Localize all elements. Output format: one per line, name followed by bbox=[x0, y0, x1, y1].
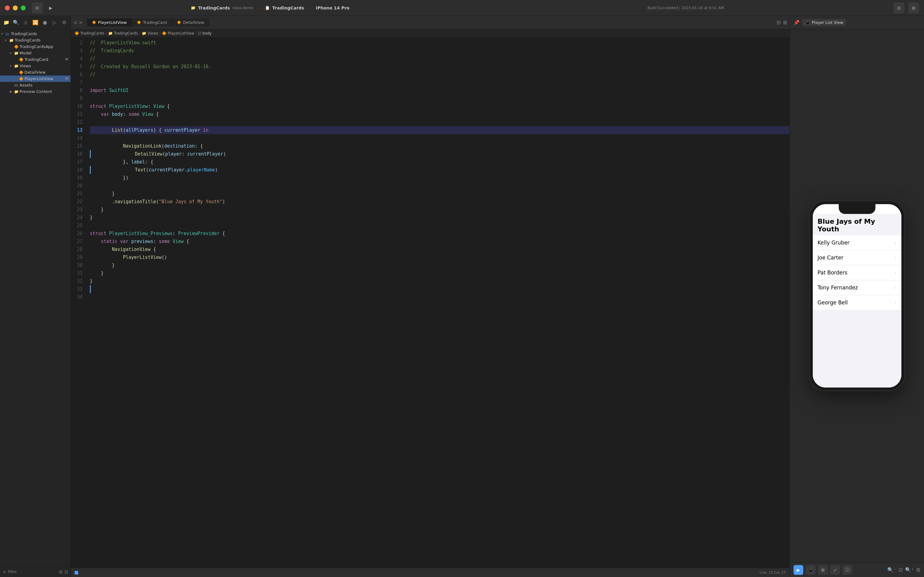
vcs-icon[interactable]: 🔀 bbox=[31, 18, 39, 27]
test-icon[interactable]: ▷ bbox=[51, 18, 59, 27]
nav-back-icon[interactable]: < bbox=[73, 19, 77, 25]
filter-label: Filter bbox=[8, 570, 17, 574]
pin-icon[interactable]: 📌 bbox=[794, 19, 800, 25]
warning-icon[interactable]: ⚠ bbox=[22, 18, 30, 27]
editor-toolbar: < > 🔶 PlayerListView 🔶 TradingCard 🔶 Det… bbox=[71, 16, 790, 29]
folder-icon[interactable]: 📁 bbox=[2, 18, 10, 27]
split-editor-icon[interactable]: ⊟ bbox=[776, 19, 781, 25]
code-editor[interactable]: 2 3 4 5 6 7 8 9 10 11 12 13 14 15 16 17 … bbox=[71, 38, 790, 568]
traffic-lights bbox=[5, 5, 26, 10]
code-line-32: } bbox=[90, 277, 790, 285]
code-line-25 bbox=[90, 222, 790, 229]
list-item-tony-fernandez[interactable]: Tony Fernandez › bbox=[813, 280, 901, 295]
tab-tradingcard[interactable]: 🔶 TradingCard bbox=[132, 18, 172, 27]
breadcrumb-views[interactable]: 📁 Views bbox=[142, 31, 158, 35]
tab-detailview[interactable]: 🔶 DetailView bbox=[172, 18, 209, 27]
sidebar-item-tradingcards-folder[interactable]: ▾ 📁 TradingCards bbox=[0, 37, 71, 44]
preview-bottom-bar: ▶ 📱 ⊞ ⤢ ⓘ 🔍⁻ ⊡ 🔍⁺ ⊞ bbox=[790, 562, 924, 577]
debug-icon[interactable]: ⚙ bbox=[60, 18, 68, 27]
chevron-right-icon: › bbox=[895, 270, 897, 275]
code-line-14 bbox=[90, 134, 790, 142]
filter-right-icon[interactable]: ⊡ bbox=[64, 569, 68, 574]
tab-project-label: TradingCards bbox=[272, 5, 304, 10]
breadcrumb-playerlistview[interactable]: 🔶 PlayerListView bbox=[162, 31, 194, 35]
nav-forward-icon[interactable]: > bbox=[79, 19, 82, 25]
iphone-player-list: Kelly Gruber › Joe Carter › Pat Borders … bbox=[813, 235, 901, 310]
iphone-nav-title: Blue Jays of My Youth bbox=[813, 214, 901, 235]
code-line-7 bbox=[90, 79, 790, 87]
preview-play-icon[interactable]: ▶ bbox=[794, 565, 803, 575]
breadcrumb-body[interactable]: ⬡ body bbox=[198, 31, 212, 35]
sidebar-item-tradingcards-project[interactable]: ▾ 🗂 TradingCards bbox=[0, 31, 71, 37]
breadcrumb-tradingcards-1[interactable]: 🔶 TradingCards bbox=[74, 31, 104, 35]
chevron-right-icon: › bbox=[895, 300, 897, 305]
code-line-8: import SwiftUI bbox=[90, 87, 790, 94]
chevron-right-icon: › bbox=[895, 285, 897, 290]
code-line-34 bbox=[90, 293, 790, 301]
preview-toolbar: 📌 📱 Player List View bbox=[790, 16, 924, 29]
minimize-button[interactable] bbox=[13, 5, 18, 10]
fullscreen-button[interactable] bbox=[21, 5, 26, 10]
code-line-29: PlayerListView() bbox=[90, 253, 790, 261]
breakpoint-icon[interactable]: ● bbox=[41, 18, 49, 27]
code-line-12 bbox=[90, 118, 790, 126]
sidebar-item-assets[interactable]: 🗃 Assets bbox=[0, 82, 71, 88]
search-icon[interactable]: 🔍 bbox=[12, 18, 20, 27]
preview-device-icon[interactable]: 📱 bbox=[806, 565, 816, 575]
sidebar-item-preview-content[interactable]: ▶ 📁 Preview Content bbox=[0, 88, 71, 95]
sidebar-item-detailview[interactable]: 🔶 DetailView bbox=[0, 69, 71, 76]
code-content[interactable]: // PlayerListView.swift // TradingCards … bbox=[86, 38, 790, 568]
main-area: 📁 🔍 ⚠ 🔀 ● ▷ ⚙ ▾ 🗂 TradingCards ▾ 📁 Tradi… bbox=[0, 16, 924, 577]
close-button[interactable] bbox=[5, 5, 10, 10]
preview-panel-label: Player List View bbox=[812, 20, 843, 25]
code-line-26: struct PlayerListView_Previews: PreviewP… bbox=[90, 229, 790, 237]
list-item-pat-borders[interactable]: Pat Borders › bbox=[813, 265, 901, 280]
code-line-5: // Created by Russell Gordon on 2023-01-… bbox=[90, 63, 790, 71]
list-item-kelly-gruber[interactable]: Kelly Gruber › bbox=[813, 235, 901, 250]
preview-bottom-controls: ▶ 📱 ⊞ ⤢ ⓘ bbox=[794, 565, 852, 575]
iphone-frame: Blue Jays of My Youth Kelly Gruber › Joe… bbox=[810, 201, 905, 390]
code-line-28: NavigationView { bbox=[90, 245, 790, 253]
preview-zoom-controls: 🔍⁻ ⊡ 🔍⁺ ⊞ bbox=[887, 567, 920, 573]
sidebar-item-playerlistview[interactable]: 🔶 PlayerListView M bbox=[0, 76, 71, 82]
sidebar-item-views-folder[interactable]: ▾ 📁 Views bbox=[0, 63, 71, 69]
run-button[interactable]: ▶ bbox=[45, 2, 56, 13]
breadcrumb-tradingcards-2[interactable]: 📁 TradingCards bbox=[108, 31, 138, 35]
zoom-reset-icon[interactable]: ⊞ bbox=[916, 567, 920, 573]
split-view-icon[interactable]: ⊟ bbox=[893, 2, 905, 13]
code-line-18: Text(currentPlayer.playerName) bbox=[90, 166, 790, 174]
preview-rotate-icon[interactable]: ⤢ bbox=[830, 565, 840, 575]
list-item-george-bell[interactable]: George Bell › bbox=[813, 295, 901, 310]
sidebar-toggle-icon[interactable]: ⊟ bbox=[32, 2, 43, 13]
breadcrumb: 🔶 TradingCards › 📁 TradingCards › 📁 View… bbox=[71, 29, 790, 38]
filter-left-icon[interactable]: ⊟ bbox=[59, 569, 63, 574]
zoom-fit-icon[interactable]: ⊡ bbox=[899, 567, 903, 573]
code-line-10: struct PlayerListView: View { bbox=[90, 102, 790, 110]
code-line-11: var body: some View { bbox=[90, 110, 790, 118]
code-line-17: }, label: { bbox=[90, 158, 790, 166]
layout-icon[interactable]: ⊞ bbox=[908, 2, 919, 13]
preview-label-button[interactable]: 📱 Player List View bbox=[802, 19, 846, 26]
status-indicator bbox=[74, 571, 78, 575]
sidebar-item-model-folder[interactable]: ▾ 📁 Model bbox=[0, 50, 71, 56]
code-line-20 bbox=[90, 182, 790, 190]
iphone-content: Blue Jays of My Youth Kelly Gruber › Joe… bbox=[813, 214, 901, 387]
build-status: Build Succeeded | 2023-01-16 at 9:51 AM bbox=[647, 6, 724, 10]
chevron-right-icon: › bbox=[895, 255, 897, 260]
sidebar-item-tradingcard[interactable]: 🔶 TradingCard M bbox=[0, 56, 71, 63]
list-item-joe-carter[interactable]: Joe Carter › bbox=[813, 250, 901, 265]
chevron-right-icon: › bbox=[895, 240, 897, 245]
zoom-in-icon[interactable]: 🔍⁺ bbox=[905, 567, 914, 573]
tab-playerlistview[interactable]: 🔶 PlayerListView bbox=[87, 18, 132, 27]
code-line-9 bbox=[90, 94, 790, 102]
sidebar-item-tradingcardsapp[interactable]: 🔶 TradingCardsApp bbox=[0, 44, 71, 50]
code-line-21: } bbox=[90, 190, 790, 198]
code-line-16: DetailView(player: currentPlayer) bbox=[90, 150, 790, 158]
code-line-24: } bbox=[90, 214, 790, 222]
preview-grid-icon[interactable]: ⊞ bbox=[818, 565, 828, 575]
editor-layout-icon[interactable]: ⊞ bbox=[783, 19, 787, 25]
line-numbers: 2 3 4 5 6 7 8 9 10 11 12 13 14 15 16 17 … bbox=[71, 38, 86, 568]
preview-content: Blue Jays of My Youth Kelly Gruber › Joe… bbox=[790, 29, 924, 562]
preview-info-icon[interactable]: ⓘ bbox=[842, 565, 852, 575]
zoom-out-icon[interactable]: 🔍⁻ bbox=[887, 567, 896, 573]
